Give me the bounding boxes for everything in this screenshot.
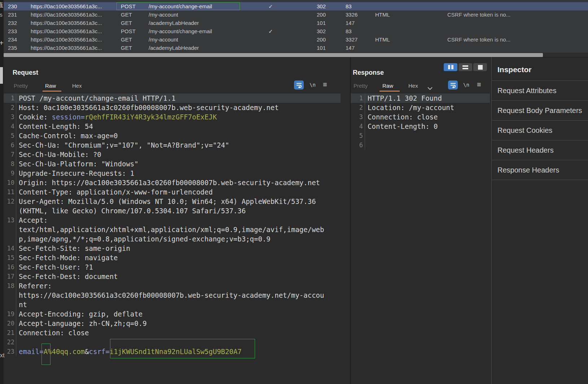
line-text: Sec-Ch-Ua: "Chromium";v="107", "Not=A?Br… <box>16 140 229 150</box>
single-pane-icon <box>478 65 483 70</box>
inspector-section-request-cookies[interactable]: Request Cookies <box>492 121 588 140</box>
cell-status: 302 <box>317 27 326 35</box>
editor-line: 17Sec-Fetch-Dest: document <box>4 272 341 281</box>
editor-line: 2Location: /my-account <box>351 103 490 112</box>
editor-line: 6Sec-Ch-Ua: "Chromium";v="107", "Not=A?B… <box>4 140 341 150</box>
editor-line: p,image/apng,*/*;q=0.8,application/signe… <box>4 234 341 244</box>
layout-single-button[interactable] <box>473 63 487 71</box>
editor-line: 1POST /my-account/change-email HTTP/1.1 <box>4 93 341 103</box>
line-text: nt <box>16 300 27 309</box>
editor-line: 15Sec-Fetch-Mode: navigate <box>4 253 341 262</box>
tab-hex[interactable]: Hex <box>408 83 418 89</box>
wrap-lines-icon <box>296 82 302 88</box>
line-number: 15 <box>4 253 16 262</box>
request-editor[interactable]: 1POST /my-account/change-email HTTP/1.12… <box>4 93 341 356</box>
line-number: 12 <box>4 197 16 206</box>
line-text <box>365 131 368 140</box>
editor-line: 16Sec-Fetch-User: ?1 <box>4 262 341 272</box>
horizontal-scrollbar[interactable] <box>4 53 588 57</box>
rows-icon <box>462 65 468 69</box>
line-number <box>4 225 16 234</box>
editor-line: 4Content-Length: 0 <box>351 122 490 131</box>
show-newlines-icon[interactable]: \n <box>310 82 316 88</box>
line-text: Sec-Ch-Ua-Mobile: ?0 <box>16 150 101 159</box>
line-text: Accept-Language: zh-CN,zh;q=0.9 <box>16 319 147 328</box>
tab-hex[interactable]: Hex <box>72 83 82 89</box>
line-text: Cache-Control: max-age=0 <box>16 131 118 140</box>
cell-tls: ✓ <box>268 2 273 10</box>
annotation-box-csrf-token <box>110 339 255 358</box>
request-panel: Request Pretty Raw Hex \n ≡ 1POST /my-ac… <box>4 57 349 384</box>
cell-method: GET <box>121 19 132 27</box>
line-text: Content-Length: 54 <box>16 122 93 131</box>
cell-status: 302 <box>317 2 326 10</box>
line-number: 9 <box>4 169 16 178</box>
inspector-section-request-headers[interactable]: Request Headers <box>492 140 588 160</box>
cell-id: 233 <box>8 27 17 35</box>
editor-menu-icon[interactable]: ≡ <box>477 80 481 89</box>
inspector-section-response-headers[interactable]: Response Headers <box>492 160 588 180</box>
history-row-232[interactable]: 232https://0ac100e3035661a3c...GET/acade… <box>4 19 588 27</box>
history-row-231[interactable]: 231https://0ac100e3035661a3c...GET/my-ac… <box>4 10 588 19</box>
editor-menu-icon[interactable]: ≡ <box>323 80 327 89</box>
line-text: User-Agent: Mozilla/5.0 (Windows NT 10.0… <box>16 197 316 206</box>
line-number: 5 <box>351 131 365 140</box>
cell-status: 200 <box>317 10 326 19</box>
line-number: 8 <box>4 159 16 169</box>
line-number: 5 <box>4 131 16 140</box>
history-row-234[interactable]: 234https://0ac100e3035661a3c...GET/my-ac… <box>4 35 588 44</box>
inspector-sections: Request Attributes Request Body Paramete… <box>492 80 588 180</box>
http-history-table[interactable]: 230https://0ac100e3035661a3c...POST/my-a… <box>4 0 588 53</box>
inspector-title: Inspector <box>497 65 532 74</box>
annotation-box-row <box>117 2 240 10</box>
line-text: Sec-Fetch-Dest: document <box>16 272 118 281</box>
editor-line: 11Content-Type: application/x-www-form-u… <box>4 187 341 197</box>
editor-line: 6 <box>351 140 490 150</box>
line-text: https://0ac100e3035661a3c0260fb00008007b… <box>16 291 324 300</box>
tab-pretty[interactable]: Pretty <box>354 83 368 89</box>
cell-path: /my-account <box>149 35 178 44</box>
line-text: Sec-Fetch-Site: same-origin <box>16 244 130 253</box>
inspector-section-request-attributes[interactable]: Request Attributes <box>492 81 588 101</box>
chevron-down-icon[interactable] <box>427 85 433 91</box>
line-number: 18 <box>4 281 16 291</box>
line-number: 2 <box>351 103 365 112</box>
tab-raw[interactable]: Raw <box>45 83 56 89</box>
line-number: 4 <box>4 122 16 131</box>
line-text: Location: /my-account <box>365 103 454 112</box>
line-number <box>4 206 16 215</box>
inspector-section-request-body-parameters[interactable]: Request Body Parameters <box>492 101 588 121</box>
editor-line: 19Accept-Encoding: gzip, deflate <box>4 309 341 319</box>
line-number: 3 <box>4 112 16 122</box>
line-number: 16 <box>4 262 16 272</box>
scrollbar-thumb[interactable] <box>4 53 543 57</box>
tab-pretty[interactable]: Pretty <box>14 83 28 89</box>
tab-raw[interactable]: Raw <box>382 83 393 89</box>
response-panel-title: Response <box>353 69 384 77</box>
editor-line: 1HTTP/1.1 302 Found <box>351 93 490 103</box>
history-row-230[interactable]: 230https://0ac100e3035661a3c...POST/my-a… <box>4 2 588 10</box>
line-text: Upgrade-Insecure-Requests: 1 <box>16 169 134 178</box>
layout-columns-button[interactable] <box>444 63 457 71</box>
line-text: Content-Type: application/x-www-form-url… <box>16 187 213 197</box>
edge-fragment: 值 <box>0 1 3 9</box>
wrap-lines-button[interactable] <box>448 80 458 90</box>
editor-line: 14Sec-Fetch-Site: same-origin <box>4 244 341 253</box>
cell-length: 3326 <box>346 10 357 19</box>
editor-line: (KHTML, like Gecko) Chrome/107.0.5304.10… <box>4 206 341 215</box>
history-row-235[interactable]: 235https://0ac100e3035661a3c...GET/acade… <box>4 44 588 52</box>
cell-length: 83 <box>346 27 352 35</box>
response-editor[interactable]: 1HTTP/1.1 302 Found2Location: /my-accoun… <box>351 93 490 150</box>
layout-rows-button[interactable] <box>458 63 472 71</box>
cell-status: 101 <box>317 19 326 27</box>
line-text <box>365 140 368 150</box>
show-newlines-icon[interactable]: \n <box>463 82 469 88</box>
line-number: 7 <box>4 150 16 159</box>
line-number: 2 <box>4 103 16 112</box>
history-row-233[interactable]: 233https://0ac100e3035661a3c...POST/my-a… <box>4 27 588 35</box>
editor-line: 12User-Agent: Mozilla/5.0 (Windows NT 10… <box>4 197 341 206</box>
cell-length: 3327 <box>346 35 357 44</box>
wrap-lines-button[interactable] <box>294 80 304 90</box>
active-tab-underline <box>43 91 61 92</box>
line-text <box>16 337 19 347</box>
